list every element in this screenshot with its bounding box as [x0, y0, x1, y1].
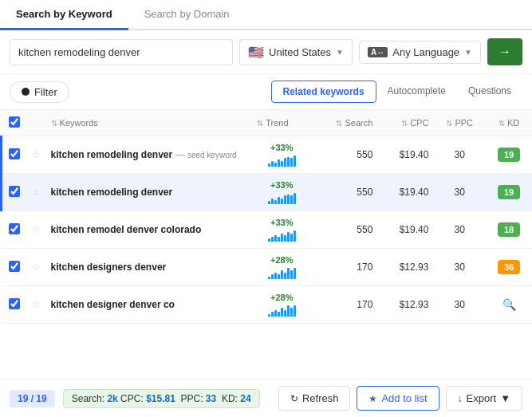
trend-bar — [281, 308, 283, 317]
trend-bar — [274, 200, 277, 204]
row-checkbox[interactable] — [9, 261, 20, 272]
star-icon[interactable]: ☆ — [27, 174, 46, 211]
keyword-input[interactable] — [10, 39, 233, 65]
footer-stats: Search: 2k CPC: $15.81 PPC: 33 KD: 24 — [63, 389, 260, 408]
keyword-text: kitchen remodel denver colorado — [51, 224, 202, 235]
star-icon[interactable]: ☆ — [27, 286, 46, 324]
trend-bar — [271, 199, 274, 204]
col-kd[interactable]: ⇅ KD — [486, 110, 532, 136]
star-icon[interactable]: ☆ — [27, 136, 46, 174]
stats-kd-label: KD: — [222, 393, 238, 404]
trend-bar — [271, 274, 274, 279]
kd-cell: 18 — [486, 211, 532, 249]
trend-bar — [274, 273, 277, 279]
star-icon[interactable]: ☆ — [27, 211, 46, 249]
trend-percent: +33% — [257, 143, 306, 152]
tab-questions[interactable]: Questions — [457, 81, 522, 103]
row-checkbox[interactable] — [9, 298, 20, 309]
col-search[interactable]: ⇅ Search — [311, 110, 377, 136]
trend-bar — [274, 163, 277, 167]
row-checkbox[interactable] — [9, 223, 20, 234]
table-row: ☆kitchen remodel denver colorado+33%550$… — [2, 211, 533, 249]
trend-chart — [257, 266, 306, 279]
trend-bar — [278, 197, 280, 204]
keyword-table: ⇅ Keywords ⇅ Trend ⇅ Search ⇅ CPC ⇅ PPC … — [0, 110, 532, 324]
trend-bar — [268, 314, 270, 317]
col-trend[interactable]: ⇅ Trend — [252, 110, 311, 136]
stats-kd-value: 24 — [240, 393, 250, 404]
trend-bar — [287, 268, 290, 279]
keyword-cell: kitchen remodeling denver — seed keyword — [46, 136, 253, 174]
trend-bar — [287, 232, 290, 242]
cpc-cell: $12.93 — [377, 249, 433, 286]
star-icon[interactable]: ☆ — [27, 249, 46, 286]
trend-bar — [294, 155, 296, 167]
trend-cell: +33% — [252, 174, 311, 211]
trend-percent: +33% — [257, 218, 306, 227]
language-selector[interactable]: A↔ Any Language ▼ — [359, 41, 481, 64]
keyword-cell: kitchen designer denver co — [46, 286, 253, 324]
row-checkbox[interactable] — [9, 148, 20, 159]
refresh-label: Refresh — [302, 392, 339, 404]
trend-bar — [271, 237, 274, 242]
select-all-checkbox[interactable] — [9, 116, 20, 128]
export-label: Export — [467, 392, 497, 404]
col-ppc[interactable]: ⇅ PPC — [433, 110, 486, 136]
row-checkbox[interactable] — [9, 186, 20, 197]
trend-bar — [268, 238, 270, 242]
language-label: Any Language — [392, 46, 459, 58]
kd-search-icon: 🔍 — [502, 298, 516, 311]
refresh-icon: ↻ — [290, 393, 298, 404]
seed-keyword-label: seed keyword — [187, 151, 237, 159]
filter-button[interactable]: Filter — [10, 81, 69, 103]
filter-dot-icon — [22, 88, 30, 96]
kd-cell: 19 — [486, 174, 532, 211]
kd-badge: 19 — [498, 148, 520, 162]
trend-bar — [281, 270, 283, 279]
ppc-cell: 30 — [433, 174, 486, 211]
export-button[interactable]: ↓ Export ▼ — [446, 386, 522, 411]
trend-bar — [281, 234, 283, 242]
keyword-cell: kitchen designers denver — [46, 249, 253, 286]
table-row: ☆kitchen designer denver co+28%170$12.93… — [2, 286, 533, 324]
trend-bar — [268, 201, 270, 204]
add-to-list-button[interactable]: ★ Add to list — [357, 386, 439, 411]
trend-bar — [287, 157, 290, 167]
trend-bar — [287, 195, 290, 204]
col-keyword[interactable]: ⇅ Keywords — [46, 110, 253, 136]
export-chevron-icon: ▼ — [500, 392, 510, 404]
search-volume-cell: 170 — [311, 286, 377, 324]
go-button[interactable]: → — [487, 38, 522, 65]
tab-autocomplete[interactable]: Autocomplete — [376, 81, 457, 103]
trend-bar — [278, 274, 280, 279]
stats-cpc-label: CPC: — [120, 393, 144, 404]
trend-cell: +33% — [252, 211, 311, 249]
country-selector[interactable]: 🇺🇸 United States ▼ — [239, 39, 353, 65]
trend-bar — [294, 268, 296, 279]
trend-bar — [294, 193, 296, 204]
keyword-cell: kitchen remodel denver colorado — [46, 211, 253, 249]
cpc-cell: $19.40 — [377, 211, 433, 249]
tab-domain[interactable]: Search by Domain — [128, 0, 246, 30]
country-chevron-icon: ▼ — [336, 48, 344, 57]
tab-keyword[interactable]: Search by Keyword — [0, 0, 128, 30]
col-check — [2, 110, 27, 136]
refresh-button[interactable]: ↻ Refresh — [278, 386, 351, 411]
trend-bar — [290, 158, 293, 167]
trend-cell: +33% — [252, 136, 311, 174]
col-cpc[interactable]: ⇅ CPC — [377, 110, 433, 136]
trend-chart — [257, 304, 306, 317]
search-volume-cell: 550 — [311, 211, 377, 249]
lang-badge: A↔ — [368, 47, 388, 57]
cpc-cell: $19.40 — [377, 174, 433, 211]
trend-bar — [294, 230, 296, 242]
footer-actions: ↻ Refresh ★ Add to list ↓ Export ▼ — [278, 386, 522, 411]
table-header-row: ⇅ Keywords ⇅ Trend ⇅ Search ⇅ CPC ⇅ PPC … — [2, 110, 533, 136]
keyword-text: kitchen remodeling denver — [51, 187, 173, 198]
cpc-cell: $19.40 — [377, 136, 433, 174]
table-row: ☆kitchen remodeling denver+33%550$19.403… — [2, 174, 533, 211]
star-add-icon: ★ — [368, 393, 377, 404]
kd-badge: 36 — [498, 260, 520, 274]
kd-badge: 19 — [498, 185, 520, 199]
tab-related-keywords[interactable]: Related keywords — [271, 81, 376, 103]
